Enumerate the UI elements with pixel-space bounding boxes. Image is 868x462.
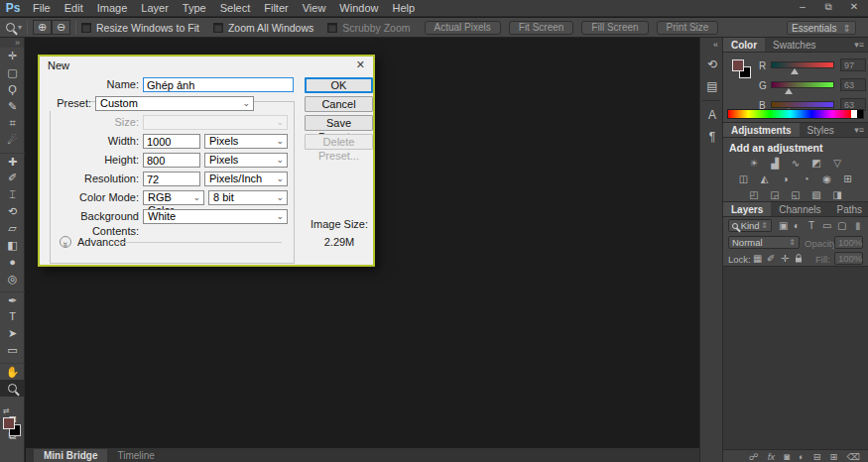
spot-healing-brush-tool[interactable]: ✚	[0, 153, 25, 170]
posterize-icon[interactable]: ◲	[768, 189, 782, 201]
tab-timeline[interactable]: Timeline	[107, 449, 164, 462]
vibrance-icon[interactable]: ▽	[830, 158, 844, 170]
clone-stamp-tool[interactable]: ⌶	[0, 186, 25, 203]
zoom-in-button[interactable]: ⊕	[33, 20, 52, 35]
panel-menu-icon[interactable]: ▾≡	[854, 38, 868, 52]
tool-dropdown-icon[interactable]: ▾	[18, 23, 22, 32]
close-button[interactable]: ✕	[846, 1, 862, 13]
tab-swatches[interactable]: Swatches	[765, 38, 823, 52]
color-mode-dropdown[interactable]: RGB Color ⌄	[143, 190, 204, 205]
preset-dropdown[interactable]: Custom ⌄	[95, 96, 254, 111]
photo-filter-icon[interactable]: ◔	[800, 173, 813, 185]
lasso-tool[interactable]: Ϙ	[0, 81, 25, 98]
zoom-all-windows-checkbox[interactable]	[213, 23, 223, 33]
blue-slider[interactable]	[771, 101, 834, 108]
advanced-toggle-button[interactable]: »	[60, 236, 71, 248]
color-spectrum-ramp[interactable]	[727, 109, 864, 119]
swap-colors-icon[interactable]: ⇄	[3, 406, 10, 415]
new-layer-icon[interactable]: ⊞	[830, 451, 838, 462]
layer-filter-kind-dropdown[interactable]: Kind ⇕	[728, 219, 772, 232]
black-white-icon[interactable]: ◑	[779, 173, 793, 185]
layers-list[interactable]	[723, 266, 868, 449]
color-balance-icon[interactable]: ◭	[758, 173, 772, 185]
move-tool[interactable]: ✛	[0, 48, 25, 64]
rectangle-tool[interactable]: ▭	[0, 342, 25, 359]
green-slider[interactable]	[771, 81, 834, 88]
invert-icon[interactable]: ◰	[747, 189, 761, 201]
resize-windows-checkbox[interactable]	[81, 23, 91, 33]
exposure-icon[interactable]: ◩	[809, 158, 823, 170]
new-group-icon[interactable]: ⊟	[813, 451, 821, 462]
selective-color-icon[interactable]: ▧	[809, 189, 823, 201]
red-slider-thumb[interactable]	[791, 68, 799, 74]
foreground-color-swatch[interactable]	[3, 417, 15, 429]
link-layers-icon[interactable]: ☍	[749, 451, 759, 462]
character-panel-button[interactable]: A	[700, 104, 724, 126]
name-input[interactable]	[143, 77, 294, 92]
color-lookup-icon[interactable]: ⊞	[841, 173, 855, 185]
layer-filter-toggle[interactable]: ▮	[855, 220, 861, 231]
resolution-unit-dropdown[interactable]: Pixels/Inch ⌄	[204, 172, 288, 186]
new-adjustment-layer-icon[interactable]: ◐	[799, 451, 805, 462]
menu-view[interactable]: View	[296, 2, 333, 14]
fill-value-dropdown[interactable]: 100%	[834, 252, 863, 265]
tab-color[interactable]: Color	[723, 38, 765, 52]
dodge-tool[interactable]: ◎	[0, 271, 25, 288]
gradient-map-icon[interactable]: ◨	[830, 189, 844, 201]
rectangular-marquee-tool[interactable]: ▢	[0, 64, 25, 81]
save-preset-button[interactable]: Save Preset...	[305, 115, 373, 131]
curves-icon[interactable]: ∿	[789, 158, 803, 170]
menu-select[interactable]: Select	[213, 2, 258, 14]
threshold-icon[interactable]: ◱	[789, 189, 803, 201]
levels-icon[interactable]: ▟	[768, 158, 782, 170]
tab-layers[interactable]: Layers	[723, 202, 771, 216]
zoom-tool[interactable]	[0, 380, 25, 397]
lock-position-icon[interactable]: ✛	[781, 253, 789, 264]
menu-layer[interactable]: Layer	[134, 2, 176, 14]
tab-paths[interactable]: Paths	[829, 202, 868, 216]
blur-tool[interactable]: ●	[0, 254, 25, 271]
menu-filter[interactable]: Filter	[257, 2, 295, 14]
add-layer-mask-icon[interactable]: ◙	[784, 451, 790, 462]
bit-depth-dropdown[interactable]: 8 bit ⌄	[208, 190, 288, 205]
background-contents-dropdown[interactable]: White ⌄	[143, 209, 288, 224]
width-input[interactable]	[143, 134, 200, 149]
pen-tool[interactable]: ✒	[0, 291, 25, 308]
filter-pixel-layers-icon[interactable]: ▣	[779, 220, 788, 231]
resolution-input[interactable]	[143, 172, 200, 186]
paragraph-panel-button[interactable]: ¶	[700, 126, 724, 148]
cancel-button[interactable]: Cancel	[305, 96, 373, 112]
channel-mixer-icon[interactable]: ◉	[820, 173, 834, 185]
lock-transparent-pixels-icon[interactable]: ▦	[753, 253, 762, 264]
dialog-close-icon[interactable]: ✕	[356, 58, 365, 71]
filter-smart-objects-icon[interactable]: ▢	[837, 220, 846, 231]
layer-effects-icon[interactable]: fx	[768, 451, 775, 462]
workspace-switcher[interactable]: Essentials ⇕	[787, 21, 856, 35]
minimize-button[interactable]: –	[795, 1, 810, 13]
height-input[interactable]	[143, 153, 200, 168]
tab-adjustments[interactable]: Adjustments	[723, 123, 800, 137]
tab-channels[interactable]: Channels	[771, 202, 828, 216]
green-value[interactable]: 63	[840, 78, 866, 91]
brush-tool[interactable]: ✐	[0, 170, 25, 186]
lock-all-icon[interactable]	[795, 254, 803, 265]
menu-file[interactable]: File	[26, 2, 58, 14]
red-value[interactable]: 97	[840, 58, 866, 71]
brightness-contrast-icon[interactable]: ☀	[747, 158, 761, 170]
path-selection-tool[interactable]: ➤	[0, 325, 25, 342]
lock-image-pixels-icon[interactable]: ✐	[767, 253, 775, 264]
current-tool-indicator[interactable]: ▾	[0, 23, 22, 32]
tab-styles[interactable]: Styles	[800, 123, 842, 137]
hue-saturation-icon[interactable]: ◫	[737, 173, 751, 185]
tab-mini-bridge[interactable]: Mini Bridge	[34, 449, 107, 462]
delete-layer-icon[interactable]: ⌫	[847, 451, 860, 462]
panel-foreground-swatch[interactable]	[732, 59, 744, 71]
hand-tool[interactable]: ✋	[0, 363, 25, 380]
menu-type[interactable]: Type	[176, 2, 213, 14]
type-tool[interactable]: T	[0, 308, 25, 325]
red-slider[interactable]	[771, 61, 834, 68]
properties-panel-button[interactable]: ▤	[700, 75, 724, 97]
crop-tool[interactable]: ⌗	[0, 115, 25, 132]
filter-adjustment-layers-icon[interactable]: ◐	[794, 220, 800, 231]
zoom-out-button[interactable]: ⊖	[52, 20, 70, 35]
